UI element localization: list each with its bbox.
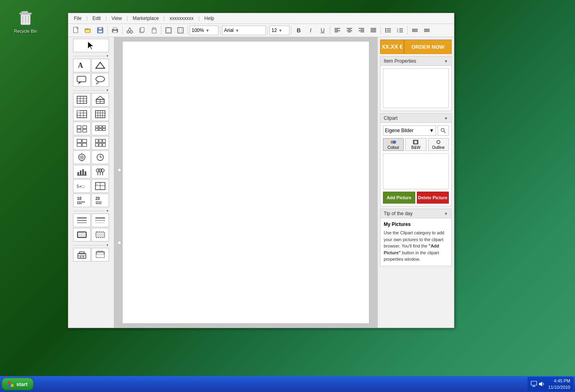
svg-text:20: 20: [95, 196, 100, 201]
grid-4x3-btn[interactable]: [91, 107, 109, 121]
rect-dash-btn[interactable]: [91, 228, 109, 242]
canvas-area[interactable]: [114, 37, 377, 328]
svg-point-151: [98, 202, 99, 202]
order-now-btn[interactable]: ORDER NOW: [404, 40, 452, 54]
page-special-2-btn[interactable]: [91, 248, 109, 261]
speech-rect-btn[interactable]: [73, 73, 91, 87]
price-btn[interactable]: XX.XX €: [380, 40, 404, 54]
menu-help[interactable]: Help: [202, 15, 217, 22]
italic-btn[interactable]: I: [305, 25, 316, 36]
indent-decrease-btn[interactable]: [409, 25, 420, 36]
menu-custom[interactable]: xxxxxxxxxx: [167, 15, 196, 22]
clock-tool-btn[interactable]: [91, 150, 109, 164]
font-select[interactable]: Arial ▼: [222, 26, 266, 35]
menu-edit[interactable]: Edit: [90, 15, 103, 22]
page-special-1-btn[interactable]: [73, 248, 91, 261]
target-tool-btn[interactable]: [73, 150, 91, 164]
link-tool-btn[interactable]: [91, 165, 109, 178]
clipart-category-dropdown[interactable]: Eigene Bilder ▼: [383, 125, 436, 136]
svg-rect-111: [103, 139, 105, 143]
bw-filter-btn[interactable]: B&W: [405, 138, 426, 151]
zoom-value: 100%: [192, 28, 204, 33]
align-right-btn[interactable]: [356, 25, 367, 36]
toolbar-open-btn[interactable]: [83, 25, 94, 36]
toolbar-save-btn[interactable]: [95, 25, 106, 36]
delete-picture-btn[interactable]: Delete Picture: [417, 192, 449, 204]
text-tool-btn[interactable]: A: [73, 59, 91, 72]
bold-btn[interactable]: B: [293, 25, 304, 36]
svg-rect-74: [77, 96, 87, 103]
right-panel: XX.XX € ORDER NOW Item Properties ▼: [377, 37, 454, 328]
size-select[interactable]: 12 ▼: [270, 26, 289, 35]
svg-point-141: [79, 202, 80, 203]
toolbar: 100% ▼ Arial ▼ 12 ▼ B I U: [68, 24, 454, 37]
menu-view[interactable]: View: [109, 15, 124, 22]
outline-filter-btn[interactable]: Outline: [428, 138, 449, 151]
canvas-handle-left[interactable]: [117, 168, 121, 172]
item-properties-content: [380, 66, 452, 111]
clipart-search-btn[interactable]: [438, 125, 449, 136]
toolbar-frame-btn[interactable]: [163, 25, 174, 36]
tip-label: Tip of the day: [384, 211, 412, 216]
toolbar-print-btn[interactable]: [109, 25, 121, 36]
canvas-page: [122, 41, 369, 324]
toolbar-cut-btn[interactable]: [124, 25, 135, 36]
svg-rect-114: [103, 143, 105, 147]
toolbar-paste-btn[interactable]: [148, 25, 159, 36]
colour-filter-btn[interactable]: Colour: [383, 138, 404, 151]
layout-6-btn[interactable]: [91, 136, 109, 150]
list-ordered-btn[interactable]: 1.2.3.: [395, 25, 406, 36]
svg-rect-108: [82, 143, 87, 147]
start-button[interactable]: start: [2, 378, 34, 390]
clipart-header[interactable]: Clipart ▼: [380, 113, 452, 123]
cursor-tool-btn[interactable]: [73, 39, 109, 52]
toolbar-page-btn[interactable]: [175, 25, 186, 36]
monitor-icon: [531, 381, 537, 387]
menu-file[interactable]: File: [71, 15, 84, 22]
grid-3x3-btn[interactable]: [73, 107, 91, 121]
small-grid-1-btn[interactable]: [73, 122, 91, 135]
speech-round-btn[interactable]: [91, 73, 109, 87]
svg-point-143: [82, 202, 83, 203]
formula-btn[interactable]: 5+□: [73, 179, 91, 193]
toolbar-new-btn[interactable]: [71, 25, 82, 36]
table-grid-btn[interactable]: [73, 93, 91, 107]
clipart-arrow: ▼: [444, 116, 448, 121]
lines-style-btn[interactable]: [91, 214, 109, 227]
tip-title: My Pictures: [384, 222, 448, 227]
underline-btn[interactable]: U: [317, 25, 328, 36]
item-properties-header[interactable]: Item Properties ▼: [380, 56, 452, 66]
svg-point-48: [385, 30, 387, 31]
shape-triangle-btn[interactable]: [91, 59, 109, 72]
twenty-dots-btn[interactable]: 20: [91, 194, 109, 207]
bw-label: B&W: [411, 145, 420, 150]
recycle-bin-icon[interactable]: Recycle Bin: [10, 8, 42, 34]
align-left-btn[interactable]: [332, 25, 343, 36]
small-grid-2-btn[interactable]: [91, 122, 109, 135]
tool-row-num1: 10 20: [73, 194, 109, 207]
svg-point-154: [96, 203, 97, 204]
layout-4-btn[interactable]: [73, 136, 91, 150]
solid-lines-btn[interactable]: [73, 214, 91, 227]
menu-marketplace[interactable]: Marketplace: [130, 15, 161, 22]
rect-outline-btn[interactable]: [73, 228, 91, 242]
tool-row-bubbles: [73, 73, 109, 87]
svg-point-146: [79, 203, 80, 204]
table-house-btn[interactable]: [91, 93, 109, 107]
bar-chart-btn[interactable]: [73, 165, 91, 178]
grid-special-btn[interactable]: ▪▪: [91, 179, 109, 193]
list-unordered-btn[interactable]: [383, 25, 394, 36]
toolbar-sep-3: [161, 26, 161, 35]
align-justify-btn[interactable]: [368, 25, 379, 36]
indent-increase-btn[interactable]: [421, 25, 432, 36]
svg-point-158: [101, 203, 101, 204]
zoom-select[interactable]: 100% ▼: [190, 26, 218, 35]
toolbar-copy-btn[interactable]: [136, 25, 147, 36]
add-picture-btn[interactable]: Add Picture: [383, 192, 415, 204]
tip-header[interactable]: Tip of the day ▼: [380, 209, 452, 218]
ten-dots-btn[interactable]: 10: [73, 194, 91, 207]
canvas-handle-bottom[interactable]: [117, 241, 121, 245]
align-center-btn[interactable]: [344, 25, 355, 36]
item-properties-arrow: ▼: [444, 59, 448, 63]
svg-rect-10: [85, 30, 90, 33]
